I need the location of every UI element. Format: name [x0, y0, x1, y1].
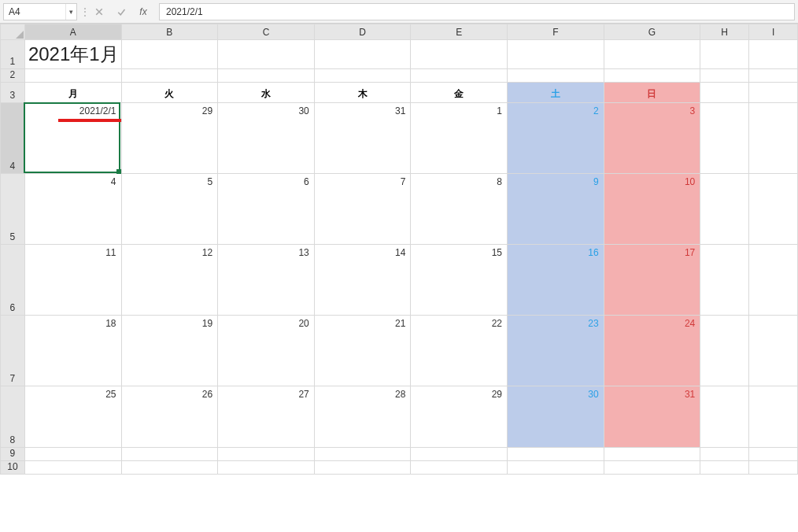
- cell-i4[interactable]: [749, 103, 798, 174]
- cell-a4[interactable]: 2021/2/1: [24, 103, 121, 174]
- fx-icon[interactable]: fx: [134, 3, 153, 20]
- dow-thu[interactable]: 木: [314, 83, 411, 103]
- col-header-a[interactable]: A: [24, 24, 121, 40]
- cell-g10[interactable]: [604, 461, 700, 475]
- cell-f7[interactable]: 23: [508, 316, 604, 386]
- col-header-h[interactable]: H: [700, 24, 749, 40]
- cell-a5[interactable]: 4: [24, 174, 121, 245]
- cell-h7[interactable]: [700, 316, 749, 386]
- row-header-1[interactable]: 1: [1, 40, 25, 69]
- row-header-4[interactable]: 4: [1, 103, 25, 174]
- cell-a2[interactable]: [24, 69, 121, 83]
- cell-a10[interactable]: [24, 461, 121, 475]
- cell-g7[interactable]: 24: [604, 316, 700, 386]
- name-box[interactable]: [4, 4, 65, 20]
- cell-e1[interactable]: [411, 40, 508, 69]
- cell-c6[interactable]: 13: [218, 245, 315, 316]
- cell-i10[interactable]: [749, 461, 798, 475]
- col-header-e[interactable]: E: [411, 24, 508, 40]
- cell-g2[interactable]: [604, 69, 700, 83]
- cell-d10[interactable]: [314, 461, 411, 475]
- cell-g8[interactable]: 31: [604, 386, 700, 448]
- row-header-10[interactable]: 10: [1, 461, 25, 475]
- cell-e8[interactable]: 29: [411, 386, 508, 448]
- cell-d7[interactable]: 21: [314, 316, 411, 386]
- col-header-g[interactable]: G: [604, 24, 700, 40]
- cell-i2[interactable]: [749, 69, 798, 83]
- cell-h3[interactable]: [700, 83, 749, 103]
- cell-f9[interactable]: [508, 448, 604, 461]
- row-header-3[interactable]: 3: [1, 83, 25, 103]
- cell-h5[interactable]: [700, 174, 749, 245]
- cell-i3[interactable]: [749, 83, 798, 103]
- row-header-5[interactable]: 5: [1, 174, 25, 245]
- cell-g4[interactable]: 3: [604, 103, 700, 174]
- cell-d6[interactable]: 14: [314, 245, 411, 316]
- cell-c1[interactable]: [218, 40, 315, 69]
- row-header-2[interactable]: 2: [1, 69, 25, 83]
- cell-h1[interactable]: [700, 40, 749, 69]
- cell-e10[interactable]: [411, 461, 508, 475]
- row-header-7[interactable]: 7: [1, 316, 25, 386]
- row-header-8[interactable]: 8: [1, 386, 25, 448]
- cell-f2[interactable]: [508, 69, 604, 83]
- cell-h8[interactable]: [700, 386, 749, 448]
- cell-c2[interactable]: [218, 69, 315, 83]
- cell-i1[interactable]: [749, 40, 798, 69]
- cell-d5[interactable]: 7: [314, 174, 411, 245]
- cell-e4[interactable]: 1: [411, 103, 508, 174]
- cell-i9[interactable]: [749, 448, 798, 461]
- cell-g9[interactable]: [604, 448, 700, 461]
- cell-h2[interactable]: [700, 69, 749, 83]
- cell-b4[interactable]: 29: [121, 103, 218, 174]
- dow-sun[interactable]: 日: [604, 83, 700, 103]
- cell-g1[interactable]: [604, 40, 700, 69]
- cell-f1[interactable]: [508, 40, 604, 69]
- cell-e6[interactable]: 15: [411, 245, 508, 316]
- cell-e9[interactable]: [411, 448, 508, 461]
- cell-a1[interactable]: 2021年1月: [24, 40, 121, 69]
- cell-h10[interactable]: [700, 461, 749, 475]
- col-header-d[interactable]: D: [314, 24, 411, 40]
- cell-e5[interactable]: 8: [411, 174, 508, 245]
- col-header-i[interactable]: I: [749, 24, 798, 40]
- dow-sat[interactable]: 土: [508, 83, 604, 103]
- cell-h6[interactable]: [700, 245, 749, 316]
- cell-e2[interactable]: [411, 69, 508, 83]
- cell-c9[interactable]: [218, 448, 315, 461]
- formula-input[interactable]: [159, 3, 795, 20]
- cell-i8[interactable]: [749, 386, 798, 448]
- dow-wed[interactable]: 水: [218, 83, 315, 103]
- cell-a6[interactable]: 11: [24, 245, 121, 316]
- cell-c7[interactable]: 20: [218, 316, 315, 386]
- dow-fri[interactable]: 金: [411, 83, 508, 103]
- enter-icon[interactable]: [112, 3, 131, 20]
- cell-d4[interactable]: 31: [314, 103, 411, 174]
- cell-i6[interactable]: [749, 245, 798, 316]
- cell-g6[interactable]: 17: [604, 245, 700, 316]
- cell-b7[interactable]: 19: [121, 316, 218, 386]
- cell-a9[interactable]: [24, 448, 121, 461]
- col-header-c[interactable]: C: [218, 24, 315, 40]
- cell-b10[interactable]: [121, 461, 218, 475]
- cell-c8[interactable]: 27: [218, 386, 315, 448]
- cell-f5[interactable]: 9: [508, 174, 604, 245]
- row-header-9[interactable]: 9: [1, 448, 25, 461]
- cell-c5[interactable]: 6: [218, 174, 315, 245]
- cell-f10[interactable]: [508, 461, 604, 475]
- cell-h4[interactable]: [700, 103, 749, 174]
- cell-d2[interactable]: [314, 69, 411, 83]
- cell-f8[interactable]: 30: [508, 386, 604, 448]
- col-header-f[interactable]: F: [508, 24, 604, 40]
- cell-f6[interactable]: 16: [508, 245, 604, 316]
- cell-e7[interactable]: 22: [411, 316, 508, 386]
- cell-h9[interactable]: [700, 448, 749, 461]
- cell-g5[interactable]: 10: [604, 174, 700, 245]
- select-all-corner[interactable]: [1, 24, 25, 40]
- cell-a8[interactable]: 25: [24, 386, 121, 448]
- cell-d9[interactable]: [314, 448, 411, 461]
- cell-b8[interactable]: 26: [121, 386, 218, 448]
- cell-b1[interactable]: [121, 40, 218, 69]
- cell-i7[interactable]: [749, 316, 798, 386]
- cell-i5[interactable]: [749, 174, 798, 245]
